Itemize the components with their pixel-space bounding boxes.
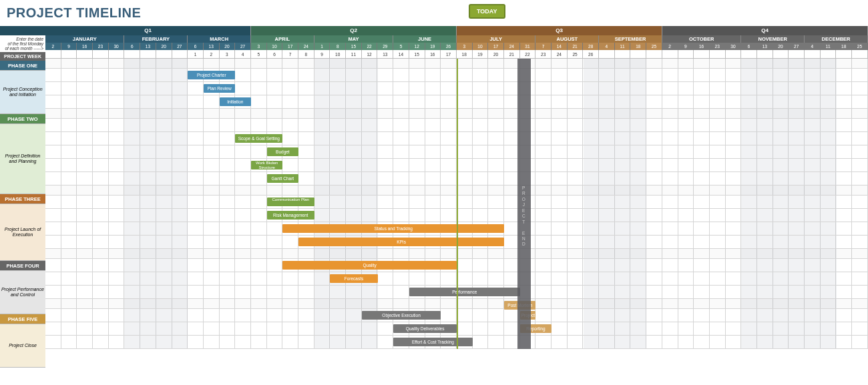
day-hdr: 31 xyxy=(520,43,536,50)
phase-desc: Project Conception and Initiation xyxy=(0,71,45,114)
day-hdr: 14 xyxy=(552,43,568,50)
month-hdr: SEPTEMBER xyxy=(599,35,662,43)
week-num: 1 xyxy=(188,50,204,59)
week-num: 6 xyxy=(267,50,283,59)
week-num xyxy=(726,50,742,59)
week-num xyxy=(694,50,710,59)
day-hdr: 28 xyxy=(583,43,599,50)
month-hdr: MARCH xyxy=(188,35,251,43)
day-hdr: 4 xyxy=(599,43,615,50)
day-hdr: 18 xyxy=(630,43,646,50)
week-row: 1234567891011121314151617181920212223242… xyxy=(45,50,868,59)
week-num: 2 xyxy=(204,50,220,59)
day-hdr: 2 xyxy=(45,43,61,50)
week-num: 12 xyxy=(362,50,378,59)
day-hdr: 13 xyxy=(204,43,220,50)
week-num xyxy=(773,50,789,59)
day-hdr: 4 xyxy=(805,43,821,50)
week-num: 5 xyxy=(251,50,267,59)
phase-header: PHASE THREE xyxy=(0,194,45,204)
side-note: Enter the dateof the first Mondayof each… xyxy=(0,35,45,52)
gantt-bar[interactable]: Quality Deliverables xyxy=(393,324,457,333)
phase-desc: Project Performance and Control xyxy=(0,271,45,314)
week-num xyxy=(172,50,188,59)
phase-header: PHASE TWO xyxy=(0,114,45,124)
gantt-bar[interactable]: Forecasts xyxy=(330,274,377,283)
week-num xyxy=(109,50,125,59)
gantt-bar[interactable]: Status and Tracking xyxy=(282,224,504,233)
week-num xyxy=(93,50,109,59)
week-num xyxy=(140,50,156,59)
gantt-bar[interactable]: KPIs xyxy=(298,238,504,246)
gantt-bar[interactable]: Plan Review xyxy=(204,84,235,93)
week-num xyxy=(852,50,868,59)
gantt-bar[interactable]: Scope & Goal Setting xyxy=(235,134,282,143)
week-num xyxy=(678,50,694,59)
gantt-body: PROJECT END Project CharterPlan ReviewIn… xyxy=(45,59,868,349)
day-hdr: 18 xyxy=(836,43,852,50)
day-hdr: 9 xyxy=(61,43,77,50)
week-num: 3 xyxy=(220,50,236,59)
phase-header: PHASE FOUR xyxy=(0,261,45,271)
day-hdr: 10 xyxy=(267,43,283,50)
month-row: JANUARYFEBRUARYMARCHAPRILMAYJUNEJULYAUGU… xyxy=(45,35,868,43)
day-hdr: 8 xyxy=(330,43,346,50)
day-hdr: 25 xyxy=(852,43,868,50)
day-hdr: 26 xyxy=(441,43,457,50)
gantt-bar[interactable]: Risk Management xyxy=(267,211,314,220)
gantt-bar[interactable]: Communication Plan xyxy=(267,198,314,206)
phase-header: PHASE FIVE xyxy=(0,314,45,324)
gantt-bar[interactable]: Effort & Cost Tracking xyxy=(393,338,472,346)
week-num: 15 xyxy=(409,50,425,59)
quarter-hdr: Q1 xyxy=(45,26,251,35)
phase-desc: Project Close xyxy=(0,324,45,368)
day-hdr: 27 xyxy=(172,43,188,50)
quarter-row: Q1Q2Q3Q4 xyxy=(45,26,868,35)
day-hdr: 27 xyxy=(789,43,805,50)
gantt-bar[interactable]: Gantt Chart xyxy=(267,174,298,183)
quarter-hdr: Q3 xyxy=(457,26,662,35)
gantt-bar[interactable]: Budget xyxy=(267,147,298,156)
day-hdr: 30 xyxy=(109,43,125,50)
gantt-bar[interactable]: Performance xyxy=(409,288,520,296)
today-marker-badge: TODAY xyxy=(469,4,505,19)
day-hdr: 20 xyxy=(156,43,172,50)
day-hdr: 1 xyxy=(314,43,331,50)
day-hdr: 6 xyxy=(741,43,757,50)
day-hdr: 13 xyxy=(140,43,156,50)
day-hdr: 17 xyxy=(282,43,298,50)
gantt-bar[interactable]: Quality xyxy=(282,261,457,270)
day-hdr: 6 xyxy=(124,43,140,50)
day-hdr: 7 xyxy=(535,43,552,50)
gantt-bar[interactable]: Objective Execution xyxy=(362,311,441,320)
week-num: 24 xyxy=(552,50,568,59)
week-num: 26 xyxy=(583,50,599,59)
week-num xyxy=(710,50,726,59)
week-num xyxy=(789,50,805,59)
week-num: 17 xyxy=(441,50,457,59)
day-hdr: 6 xyxy=(188,43,204,50)
day-hdr: 21 xyxy=(568,43,584,50)
day-hdr: 3 xyxy=(457,43,473,50)
project-week-label: PROJECT WEEK xyxy=(0,52,45,61)
month-hdr: AUGUST xyxy=(535,35,599,43)
day-hdr: 24 xyxy=(504,43,520,50)
week-num xyxy=(77,50,93,59)
day-hdr: 30 xyxy=(726,43,742,50)
day-hdr: 23 xyxy=(710,43,726,50)
day-hdr: 11 xyxy=(615,43,631,50)
gantt-bar[interactable]: Work Bkdwn Structure xyxy=(251,161,282,169)
month-hdr: JANUARY xyxy=(45,35,124,43)
day-hdr: 17 xyxy=(488,43,504,50)
gantt-bar[interactable]: Project Charter xyxy=(188,71,235,79)
day-hdr: 29 xyxy=(377,43,393,50)
quarter-hdr: Q4 xyxy=(662,26,868,35)
day-hdr: 15 xyxy=(346,43,362,50)
week-num: 19 xyxy=(473,50,489,59)
week-num xyxy=(124,50,140,59)
gantt-bar[interactable]: Initiation xyxy=(220,97,251,106)
week-num: 18 xyxy=(457,50,473,59)
day-hdr: 2 xyxy=(662,43,678,50)
week-num xyxy=(821,50,837,59)
week-num: 25 xyxy=(568,50,584,59)
